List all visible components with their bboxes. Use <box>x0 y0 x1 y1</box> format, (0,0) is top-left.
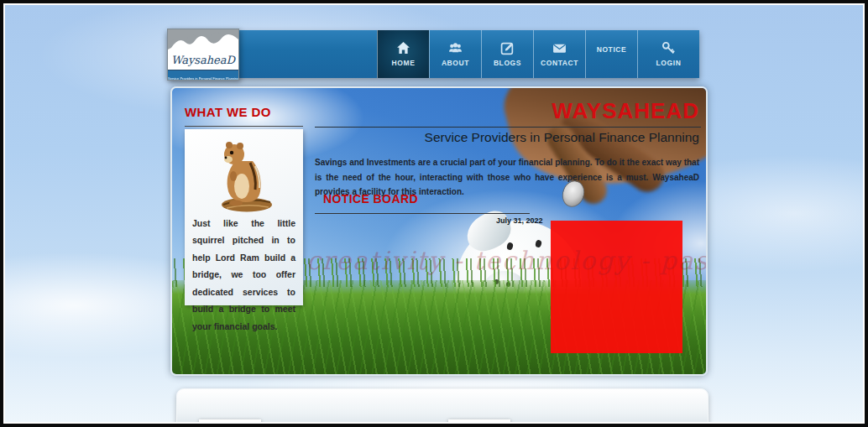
nav-item-contact[interactable]: CONTACT <box>533 30 585 78</box>
nav-label: NOTICE <box>597 45 627 54</box>
divider <box>185 126 303 127</box>
what-we-do-panel: Just like the little squirrel pitched in… <box>185 129 303 305</box>
site-logo[interactable]: WaysaheaD Service Providers in Personal … <box>167 29 239 81</box>
home-icon <box>396 41 410 55</box>
nav-item-about[interactable]: ABOUT <box>429 30 481 78</box>
hero-subtitle: Service Providers in Personal Finance Pl… <box>425 130 699 145</box>
blog-2-title[interactable]: Blog-2 <box>533 421 568 422</box>
notice-date: July 31, 2022 <box>496 216 543 225</box>
nav-label: BLOGS <box>494 59 521 67</box>
blog-2-thumbnail[interactable] <box>448 419 510 422</box>
nav-label: HOME <box>392 59 416 67</box>
users-icon <box>448 41 463 55</box>
squirrel-image <box>195 133 294 213</box>
sky-background: WaysaheaD Service Providers in Personal … <box>5 5 863 422</box>
nav-item-home[interactable]: HOME <box>377 30 429 78</box>
notice-red-panel <box>551 221 682 353</box>
notice-board-heading: NOTICE BOARD <box>323 192 418 206</box>
top-navbar: WaysaheaD Service Providers in Personal … <box>167 30 699 78</box>
logo-wordmark: WaysaheaD <box>168 49 238 70</box>
page-frame: WaysaheaD Service Providers in Personal … <box>0 0 868 427</box>
divider <box>315 213 530 214</box>
nav-label: LOGIN <box>656 59 682 67</box>
nav-item-notice[interactable]: NOTICE <box>585 30 637 78</box>
nav-item-blogs[interactable]: BLOGS <box>481 30 533 78</box>
nav-label: ABOUT <box>442 59 469 67</box>
logo-tagline: Service Providers in Personal Finance Pl… <box>168 70 238 80</box>
hero-title: WAYSAHEAD <box>552 98 699 124</box>
nav-item-login[interactable]: LOGIN <box>637 30 699 78</box>
divider <box>315 127 701 128</box>
key-icon <box>661 41 676 55</box>
blog-1-thumbnail[interactable] <box>199 419 261 422</box>
what-we-do-heading: WHAT WE DO <box>185 105 271 119</box>
nav-label: CONTACT <box>541 59 578 67</box>
envelope-icon <box>552 41 567 55</box>
blog-1-title[interactable]: Blog-1 <box>275 421 310 422</box>
what-we-do-text: Just like the little squirrel pitched in… <box>185 213 303 335</box>
hero-banner: creativity - technology - passion WHAT W… <box>170 86 708 376</box>
wave-icon <box>168 29 238 49</box>
edit-icon <box>500 41 515 55</box>
blogs-section: Blog-1 Blog-2 <box>176 388 709 422</box>
